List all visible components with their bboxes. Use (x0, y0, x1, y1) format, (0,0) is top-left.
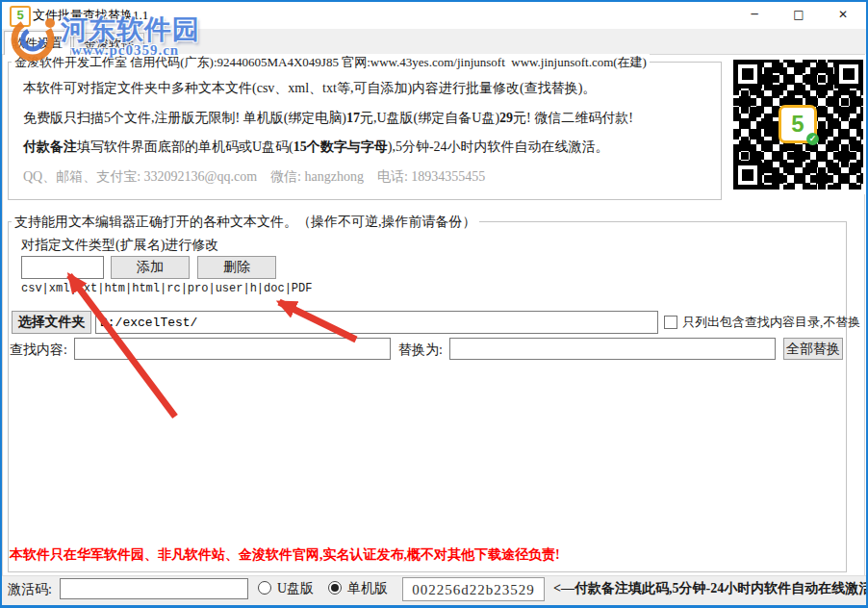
find-input[interactable] (74, 338, 391, 360)
app-window: 5 文件批量查找替换1.1 ─ □ ✕ 软件设置 金浚软件 金浚软件开发工作室 … (0, 0, 868, 608)
radio-usb-version[interactable] (258, 581, 271, 595)
add-button[interactable]: 添加 (111, 256, 190, 279)
wechat-payment-qr-code: 5 ✓ (728, 55, 868, 194)
tab-jinjun-software[interactable]: 金浚软件 (73, 33, 144, 54)
minimize-button[interactable]: ─ (732, 0, 777, 29)
info-line-description: 本软件可对指定文件夹中多种文本文件(csv、xml、txt等,可自添加)内容进行… (23, 80, 596, 97)
qr-center-logo-icon: 5 ✓ (779, 105, 817, 143)
ext-section-label: 对指定文件类型(扩展名)进行修改 (21, 237, 218, 254)
payment-text-post: ),5分钟-24小时内软件自动在线激活。 (388, 139, 609, 154)
activation-hint: <—付款备注填此码,5分钟-24小时内软件自动在线激活! (553, 580, 868, 597)
payment-code-bold: 15个数字与字母 (294, 139, 388, 154)
disclaimer-text: 本软件只在华军软件园、非凡软件站、金浚软件官网,实名认证发布,概不对其他下载途径… (10, 546, 560, 564)
radio-single-version[interactable] (328, 581, 342, 595)
title-bar: 5 文件批量查找替换1.1 ─ □ ✕ (0, 0, 868, 29)
radio-selected-dot (331, 584, 339, 592)
replace-input[interactable] (449, 338, 776, 360)
close-button[interactable]: ✕ (821, 0, 865, 29)
logo-glyph: 5 (791, 111, 804, 137)
payment-text: 填写软件界面底部的单机码或U盘码( (77, 139, 294, 154)
qr-pattern: 5 ✓ (733, 60, 863, 190)
info-groupbox-legend: 金浚软件开发工作室 信用代码(广东):92440605MA4X049J85 官网… (12, 54, 650, 71)
qr-finder-icon (834, 60, 863, 89)
main-groupbox-legend: 支持能用文本编辑器正确打开的各种文本文件。（操作不可逆,操作前请备份） (12, 214, 479, 231)
list-only-checkbox-label: 只列出包含查找内容目录,不替换 (682, 314, 860, 331)
replace-label: 替换为: (398, 342, 443, 359)
price-single: 17 (346, 111, 360, 125)
payment-note-bold: 付款备注 (23, 139, 77, 154)
radio-single-label[interactable]: 单机版 (347, 580, 388, 597)
info-line-contact: QQ、邮箱、支付宝: 332092136@qq.com 微信: hangzhon… (23, 168, 485, 186)
qr-finder-icon (733, 60, 762, 89)
window-title: 文件批量查找替换1.1 (33, 7, 148, 24)
pricing-text-post: 元! 微信二维码付款! (513, 111, 633, 125)
activation-label: 激活码: (8, 581, 52, 598)
folder-path-input[interactable] (95, 311, 658, 334)
price-usb: 29 (499, 111, 513, 125)
app-logo-icon: 5 (10, 6, 31, 27)
delete-button[interactable]: 删除 (197, 256, 276, 279)
qr-finder-icon (733, 161, 762, 190)
tab-software-settings[interactable]: 软件设置 (4, 31, 71, 55)
maximize-button[interactable]: □ (777, 0, 821, 29)
find-label: 查找内容: (10, 342, 67, 359)
radio-usb-label[interactable]: U盘版 (277, 580, 314, 597)
list-only-checkbox[interactable] (664, 316, 677, 329)
ext-list: csv|xml|txt|htm|html|rc|pro|user|h|doc|P… (21, 282, 312, 295)
qr-check-icon: ✓ (806, 133, 819, 145)
pricing-text-mid: 元,U盘版(绑定自备U盘) (360, 111, 499, 125)
info-line-payment: 付款备注填写软件界面底部的单机码或U盘码(15个数字与字母),5分钟-24小时内… (23, 139, 609, 156)
ext-input[interactable] (21, 256, 104, 279)
machine-code-display[interactable]: 002256d22b23529 (402, 577, 545, 601)
activation-input[interactable] (60, 578, 248, 599)
replace-all-button[interactable]: 全部替换 (783, 338, 843, 360)
choose-folder-button[interactable]: 选择文件夹 (12, 311, 91, 334)
pricing-text: 免费版只扫描5个文件,注册版无限制! 单机版(绑定电脑) (23, 111, 346, 125)
info-line-pricing: 免费版只扫描5个文件,注册版无限制! 单机版(绑定电脑)17元,U盘版(绑定自备… (23, 110, 633, 127)
